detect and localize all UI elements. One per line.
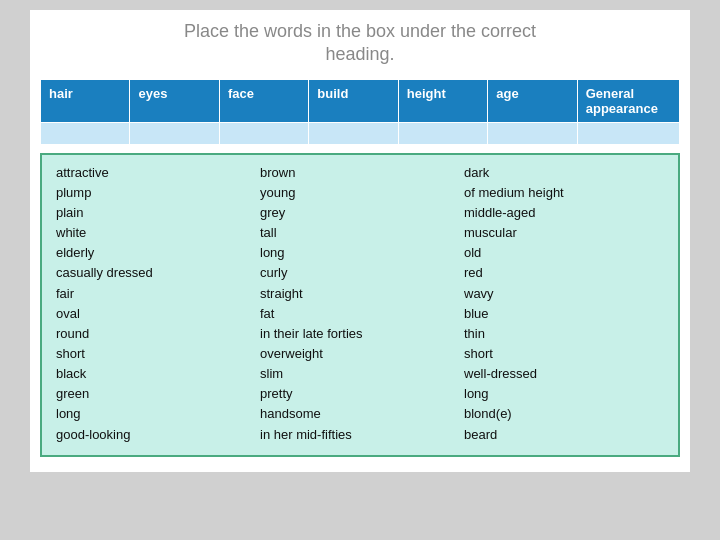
word-red: red xyxy=(462,263,666,283)
word-plump: plump xyxy=(54,183,258,203)
word-slim: slim xyxy=(258,364,462,384)
word-beard: beard xyxy=(462,425,666,445)
header-general: General appearance xyxy=(577,79,679,122)
words-grid: attractive plump plain white elderly cas… xyxy=(54,163,666,445)
word-brown: brown xyxy=(258,163,462,183)
word-handsome: handsome xyxy=(258,404,462,424)
word-grey: grey xyxy=(258,203,462,223)
word-late-forties: in their late forties xyxy=(258,324,462,344)
word-blonde: blond(e) xyxy=(462,404,666,424)
word-pretty: pretty xyxy=(258,384,462,404)
word-middle-aged: middle-aged xyxy=(462,203,666,223)
word-long3: long xyxy=(462,384,666,404)
header-table: hair eyes face build height age General … xyxy=(40,79,680,145)
page-title: Place the words in the box under the cor… xyxy=(40,20,680,67)
header-age: age xyxy=(488,79,577,122)
word-elderly: elderly xyxy=(54,243,258,263)
word-tall: tall xyxy=(258,223,462,243)
word-overweight: overweight xyxy=(258,344,462,364)
words-col3: dark of medium height middle-aged muscul… xyxy=(462,163,666,445)
word-fair: fair xyxy=(54,284,258,304)
word-oval: oval xyxy=(54,304,258,324)
header-height: height xyxy=(398,79,487,122)
word-round: round xyxy=(54,324,258,344)
word-attractive: attractive xyxy=(54,163,258,183)
word-medium-height: of medium height xyxy=(462,183,666,203)
empty-row xyxy=(41,122,680,144)
words-col1: attractive plump plain white elderly cas… xyxy=(54,163,258,445)
header-hair: hair xyxy=(41,79,130,122)
word-wavy: wavy xyxy=(462,284,666,304)
page-container: Place the words in the box under the cor… xyxy=(30,10,690,472)
word-old: old xyxy=(462,243,666,263)
word-white: white xyxy=(54,223,258,243)
word-casually-dressed: casually dressed xyxy=(54,263,258,283)
word-long2: long xyxy=(258,243,462,263)
word-green: green xyxy=(54,384,258,404)
word-fat: fat xyxy=(258,304,462,324)
word-straight: straight xyxy=(258,284,462,304)
word-plain: plain xyxy=(54,203,258,223)
words-box: attractive plump plain white elderly cas… xyxy=(40,153,680,457)
word-thin: thin xyxy=(462,324,666,344)
word-curly: curly xyxy=(258,263,462,283)
word-mid-fifties: in her mid-fifties xyxy=(258,425,462,445)
word-black: black xyxy=(54,364,258,384)
word-muscular: muscular xyxy=(462,223,666,243)
word-short: short xyxy=(54,344,258,364)
word-young: young xyxy=(258,183,462,203)
words-col2: brown young grey tall long curly straigh… xyxy=(258,163,462,445)
header-eyes: eyes xyxy=(130,79,219,122)
header-build: build xyxy=(309,79,398,122)
header-row: hair eyes face build height age General … xyxy=(41,79,680,122)
header-face: face xyxy=(219,79,308,122)
word-good-looking: good-looking xyxy=(54,425,258,445)
word-long: long xyxy=(54,404,258,424)
word-short2: short xyxy=(462,344,666,364)
word-blue: blue xyxy=(462,304,666,324)
word-dark: dark xyxy=(462,163,666,183)
word-well-dressed: well-dressed xyxy=(462,364,666,384)
